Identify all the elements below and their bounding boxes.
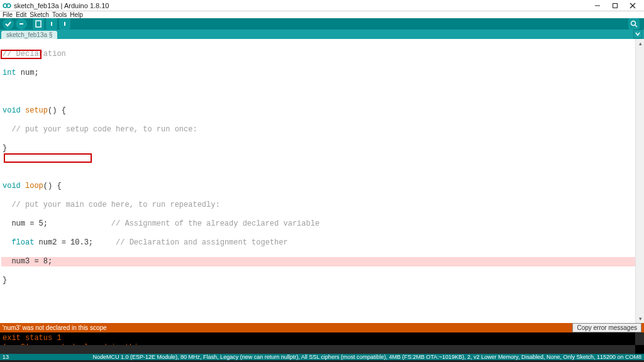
code-line: int bbox=[3, 69, 16, 77]
code-editor[interactable]: // Declaration int num; void setup() { /… bbox=[0, 39, 635, 323]
console-line: exit status 1 bbox=[3, 334, 641, 343]
minimize-button[interactable] bbox=[589, 0, 606, 11]
save-sketch-button[interactable] bbox=[59, 18, 70, 30]
serial-monitor-button[interactable] bbox=[628, 18, 640, 30]
code-line: void bbox=[3, 182, 21, 190]
menu-help[interactable]: Help bbox=[70, 11, 83, 18]
titlebar: sketch_feb13a | Arduino 1.8.10 bbox=[0, 0, 644, 11]
menu-edit[interactable]: Edit bbox=[16, 11, 26, 18]
editor-vertical-scrollbar[interactable]: ▴ ▾ bbox=[635, 39, 644, 323]
new-sketch-button[interactable] bbox=[33, 18, 44, 30]
open-sketch-button[interactable] bbox=[46, 18, 57, 30]
status-bar: 13 NodeMCU 1.0 (ESP-12E Module), 80 MHz,… bbox=[0, 354, 644, 360]
code-line: float bbox=[3, 238, 34, 247]
menu-tools[interactable]: Tools bbox=[52, 11, 67, 18]
code-line-error: num3 = 8; bbox=[1, 257, 635, 266]
editor-area-wrap: // Declaration int num; void setup() { /… bbox=[0, 39, 644, 323]
code-line: num = 5; bbox=[3, 219, 111, 228]
board-info-text: NodeMCU 1.0 (ESP-12E Module), 80 MHz, Fl… bbox=[93, 354, 641, 360]
console-horizontal-scrollbar[interactable] bbox=[0, 345, 635, 354]
menu-bar: File Edit Sketch Tools Help bbox=[0, 11, 644, 18]
svg-point-7 bbox=[631, 21, 636, 26]
output-console[interactable]: exit status 1 'num3' was not declared in… bbox=[0, 332, 644, 354]
toolbar bbox=[0, 18, 644, 30]
tab-strip: sketch_feb13a § bbox=[0, 30, 644, 39]
code-line: // Declaration bbox=[3, 50, 66, 58]
svg-rect-3 bbox=[613, 3, 618, 8]
menu-sketch[interactable]: Sketch bbox=[30, 11, 49, 18]
svg-rect-6 bbox=[36, 21, 41, 27]
error-strip: 'num3' was not declared in this scope Co… bbox=[0, 323, 644, 332]
arduino-ide-window: sketch_feb13a | Arduino 1.8.10 File Edit… bbox=[0, 0, 644, 362]
annotation-box bbox=[4, 153, 92, 163]
verify-button[interactable] bbox=[3, 18, 14, 30]
code-line: // put your main code here, to run repea… bbox=[3, 200, 220, 209]
close-button[interactable] bbox=[624, 0, 641, 11]
sketch-tab[interactable]: sketch_feb13a § bbox=[1, 31, 57, 39]
error-summary-text: 'num3' was not declared in this scope bbox=[3, 324, 107, 331]
code-line: // put your setup code here, to run once… bbox=[3, 125, 197, 134]
console-vertical-scrollbar[interactable] bbox=[635, 332, 644, 345]
scroll-up-icon[interactable]: ▴ bbox=[636, 39, 644, 48]
window-title: sketch_feb13a | Arduino 1.8.10 bbox=[14, 2, 109, 9]
svg-line-8 bbox=[635, 25, 637, 27]
arduino-logo-icon bbox=[3, 1, 11, 10]
code-line bbox=[1, 87, 635, 97]
maximize-button[interactable] bbox=[606, 0, 624, 11]
tab-menu-button[interactable] bbox=[633, 30, 642, 38]
copy-error-messages-button[interactable]: Copy error messages bbox=[572, 323, 641, 332]
menu-file[interactable]: File bbox=[3, 11, 13, 18]
cursor-line-indicator: 13 bbox=[3, 354, 9, 360]
scroll-down-icon[interactable]: ▾ bbox=[636, 314, 644, 323]
code-line: } bbox=[1, 144, 635, 153]
code-line: } bbox=[1, 276, 635, 285]
upload-button[interactable] bbox=[16, 18, 27, 30]
code-line bbox=[1, 163, 635, 172]
code-line: void bbox=[3, 106, 21, 115]
